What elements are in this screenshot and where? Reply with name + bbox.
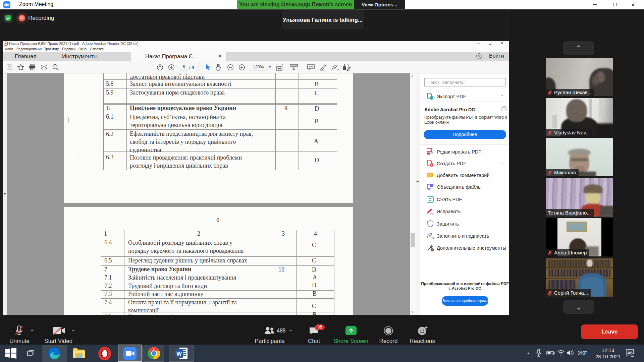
svg-text:2: 2 (632, 354, 633, 357)
svg-text:W: W (176, 351, 182, 357)
